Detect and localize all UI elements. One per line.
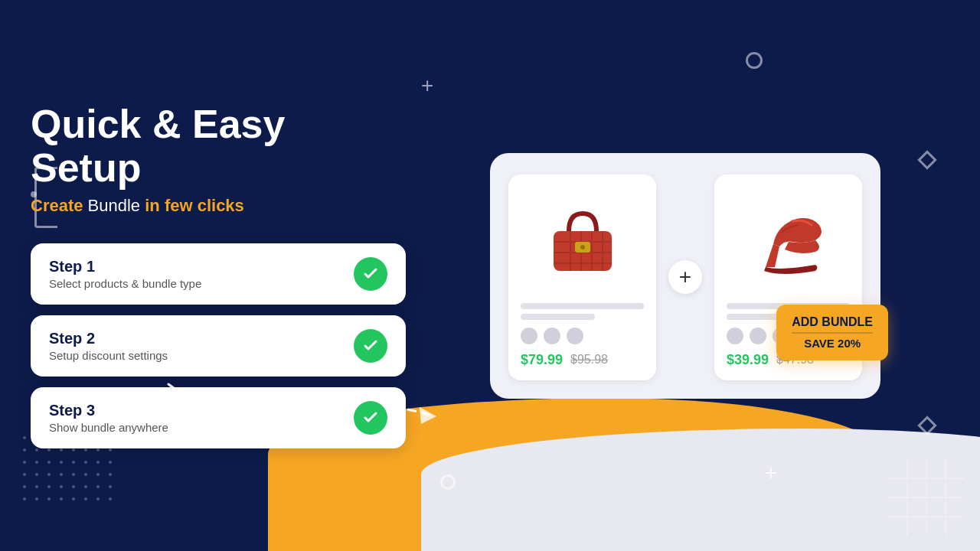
product-1-price-row: $79.99 $95.98 bbox=[521, 352, 644, 368]
subheadline-bundle: Bundle bbox=[83, 196, 145, 215]
bundle-preview-card: $79.99 $95.98 + bbox=[490, 153, 880, 399]
step-2-text: Step 2 Setup discount settings bbox=[49, 330, 168, 362]
add-bundle-button[interactable]: ADD BUNDLE SAVE 20% bbox=[776, 305, 888, 360]
product-line-1 bbox=[521, 303, 644, 309]
steps-list: Step 1 Select products & bundle type Ste… bbox=[31, 243, 406, 448]
product-2-price-current: $39.99 bbox=[727, 352, 769, 368]
color-dot-4 bbox=[727, 328, 743, 344]
subheadline: Create Bundle in few clicks bbox=[31, 196, 406, 216]
handbag-image-area bbox=[521, 187, 644, 294]
step-2-description: Setup discount settings bbox=[49, 349, 168, 362]
step-3-check-icon bbox=[354, 401, 387, 435]
step-2-check-icon bbox=[354, 329, 387, 363]
step-1-card: Step 1 Select products & bundle type bbox=[31, 243, 406, 305]
step-1-description: Select products & bundle type bbox=[49, 277, 201, 290]
subheadline-clicks: in few clicks bbox=[145, 196, 244, 215]
step-1-number: Step 1 bbox=[49, 258, 201, 276]
left-panel: Quick & Easy Setup Create Bundle in few … bbox=[31, 103, 421, 448]
right-panel: $79.99 $95.98 + bbox=[421, 153, 949, 399]
main-content: Quick & Easy Setup Create Bundle in few … bbox=[0, 0, 980, 551]
svg-point-16 bbox=[580, 245, 585, 249]
color-dot-2 bbox=[544, 328, 560, 344]
product-1-color-dots bbox=[521, 328, 644, 344]
step-1-check-icon bbox=[354, 257, 387, 291]
heels-image-area bbox=[727, 187, 850, 294]
step-2-card: Step 2 Setup discount settings bbox=[31, 315, 406, 377]
step-3-text: Step 3 Show bundle anywhere bbox=[49, 402, 168, 434]
step-3-description: Show bundle anywhere bbox=[49, 421, 168, 434]
product-1-lines bbox=[521, 303, 644, 320]
product-handbag: $79.99 $95.98 bbox=[508, 174, 656, 380]
step-2-number: Step 2 bbox=[49, 330, 168, 347]
product-1-price-current: $79.99 bbox=[521, 352, 563, 368]
heels-icon bbox=[743, 194, 835, 286]
color-dot-5 bbox=[750, 328, 766, 344]
step-3-number: Step 3 bbox=[49, 402, 168, 419]
save-label: SAVE 20% bbox=[792, 332, 873, 350]
color-dot-3 bbox=[567, 328, 583, 344]
color-dot-1 bbox=[521, 328, 537, 344]
step-3-card: Step 3 Show bundle anywhere bbox=[31, 387, 406, 448]
handbag-icon bbox=[537, 194, 629, 286]
step-1-text: Step 1 Select products & bundle type bbox=[49, 258, 201, 290]
plus-separator-icon: + bbox=[668, 260, 702, 294]
product-line-2 bbox=[521, 314, 595, 320]
product-1-price-original: $95.98 bbox=[570, 353, 608, 367]
page-title: Quick & Easy Setup bbox=[31, 103, 406, 190]
subheadline-create: Create bbox=[31, 196, 83, 215]
add-bundle-label: ADD BUNDLE bbox=[792, 315, 873, 329]
